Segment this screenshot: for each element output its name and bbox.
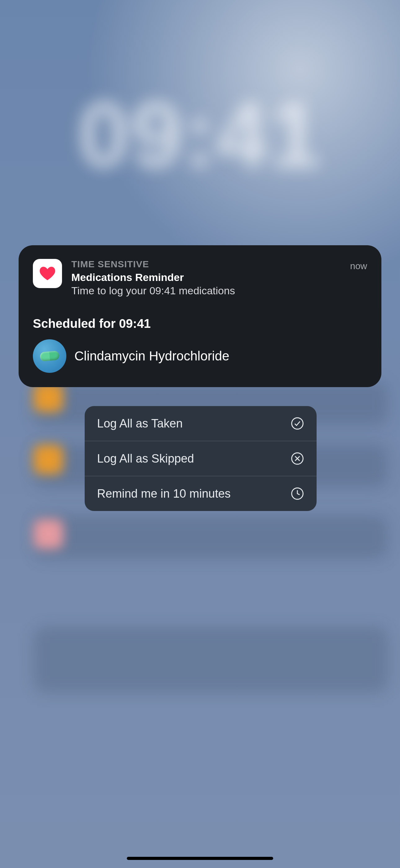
blurred-app-icon (33, 444, 63, 474)
medication-item: Clindamycin Hydrochloride (33, 339, 367, 374)
blurred-notification (34, 627, 388, 692)
action-label: Remind me in 10 minutes (97, 487, 231, 500)
blurred-notification (34, 515, 388, 559)
home-indicator[interactable] (127, 857, 273, 860)
action-label: Log All as Skipped (97, 452, 194, 465)
clock-icon (291, 487, 304, 500)
medications-reminder-notification[interactable]: TIME SENSITIVE Medications Reminder Time… (19, 245, 381, 387)
pill-icon (33, 339, 66, 373)
notification-title: Medications Reminder (71, 271, 341, 283)
log-all-skipped-button[interactable]: Log All as Skipped (85, 441, 316, 476)
notification-header: TIME SENSITIVE Medications Reminder Time… (33, 259, 367, 297)
lockscreen-time: 09:41 (0, 81, 400, 188)
log-all-taken-button[interactable]: Log All as Taken (85, 406, 316, 441)
x-circle-icon (291, 452, 304, 465)
notification-actions-menu: Log All as Taken Log All as Skipped Remi… (85, 406, 316, 511)
scheduled-heading: Scheduled for 09:41 (33, 317, 367, 331)
health-app-icon (33, 259, 62, 288)
checkmark-circle-icon (291, 416, 304, 430)
svg-point-0 (292, 418, 303, 429)
notification-subtitle: Time to log your 09:41 medications (71, 285, 341, 297)
lockscreen-background: 09:41 TIME SENSITIVE Medications Reminde… (0, 0, 400, 868)
medication-name: Clindamycin Hydrochloride (74, 349, 229, 364)
blurred-app-icon (33, 519, 63, 549)
action-label: Log All as Taken (97, 417, 182, 430)
remind-later-button[interactable]: Remind me in 10 minutes (85, 476, 316, 511)
notification-timestamp: now (350, 259, 367, 271)
time-sensitive-badge: TIME SENSITIVE (71, 259, 341, 270)
